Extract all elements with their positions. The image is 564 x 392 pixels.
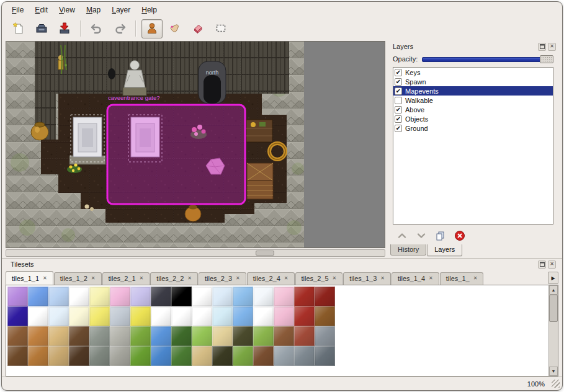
tileset-tile[interactable] [315,306,335,326]
tab-close-icon[interactable]: ✕ [236,276,240,281]
tileset-tile[interactable] [212,306,233,326]
tileset-tile[interactable] [7,346,28,366]
tileset-tile[interactable] [89,326,110,346]
tileset-tab-tiles_1_1[interactable]: tiles_1_1✕ [6,271,53,285]
tileset-tile[interactable] [7,306,28,326]
menu-map[interactable]: Map [81,5,105,15]
tileset-tile[interactable] [48,346,69,366]
tileset-tile[interactable] [151,346,171,366]
tileset-tile[interactable] [294,326,315,346]
menu-help[interactable]: Help [137,5,162,15]
tileset-tile[interactable] [212,287,233,306]
tileset-tile[interactable] [274,287,294,306]
tab-close-icon[interactable]: ✕ [429,276,433,281]
tileset-tile[interactable] [171,326,192,346]
tileset-tile[interactable] [192,287,212,306]
dock-tab-layers[interactable]: Layers [427,244,462,256]
tileset-tile[interactable] [69,306,89,326]
tileset-tile[interactable] [253,346,274,366]
tileset-tile[interactable] [212,346,233,366]
layer-row-mapevents[interactable]: ✔Mapevents [393,86,553,96]
tileset-tile[interactable] [274,306,294,326]
tileset-tab-tiles_2_5[interactable]: tiles_2_5✕ [295,272,343,285]
tileset-tab-tiles_1_4[interactable]: tiles_1_4✕ [392,272,439,285]
tileset-tile[interactable] [89,346,110,366]
save-button[interactable] [54,19,75,38]
layer-down-button[interactable] [416,230,427,241]
tileset-tile[interactable] [294,346,315,366]
redo-button[interactable] [109,19,130,38]
tileset-tile[interactable] [315,326,335,346]
layer-row-spawn[interactable]: ✔Spawn [393,77,553,86]
tileset-tile[interactable] [315,287,335,306]
tileset-tile[interactable] [48,287,69,306]
tileset-tile[interactable] [253,306,274,326]
tab-close-icon[interactable]: ✕ [284,276,289,281]
map-canvas[interactable]: north caveentrance gate? [6,41,385,248]
tileset-tile[interactable] [192,306,212,326]
tileset-tile[interactable] [48,326,69,346]
tileset-tile[interactable] [171,287,192,306]
tileset-tile[interactable] [192,346,212,366]
tab-close-icon[interactable]: ✕ [187,276,192,281]
tileset-tile[interactable] [233,346,253,366]
layer-checkbox[interactable]: ✔ [395,125,402,132]
open-button[interactable] [31,19,52,38]
tileset-tile[interactable] [315,346,335,366]
scroll-down-button[interactable]: ▼ [549,367,558,376]
dock-close-button[interactable]: ✕ [548,261,556,269]
tileset-tile[interactable] [89,306,110,326]
tileset-tile[interactable] [28,287,48,306]
layer-checkbox[interactable]: ✔ [395,78,402,86]
menu-view[interactable]: View [54,5,80,15]
tileset-tile[interactable] [89,287,110,306]
select-tool-button[interactable] [210,19,231,38]
tileset-tile[interactable] [274,346,294,366]
tab-close-icon[interactable]: ✕ [473,276,478,281]
tileset-tile[interactable] [110,326,130,346]
tileset-tile[interactable] [130,306,151,326]
tileset-tile[interactable] [233,326,253,346]
tab-close-icon[interactable]: ✕ [380,276,385,281]
menu-edit[interactable]: Edit [30,5,53,15]
tileset-tile[interactable] [212,326,233,346]
tileset-tile[interactable] [28,306,48,326]
selection-rect[interactable] [107,105,245,204]
tileset-tile[interactable] [48,306,69,326]
tileset-tile[interactable] [28,346,48,366]
map-horizontal-scrollbar[interactable] [6,249,385,257]
tileset-tile[interactable] [110,287,130,306]
tileset-tile[interactable] [69,346,89,366]
opacity-slider[interactable] [422,55,553,64]
layer-checkbox[interactable]: ✔ [395,115,402,123]
tileset-tab-tiles_2_4[interactable]: tiles_2_4✕ [247,272,295,285]
tileset-tile[interactable] [130,326,151,346]
tileset-tab-tiles_1_2[interactable]: tiles_1_2✕ [54,272,102,285]
tileset-tile[interactable] [171,346,192,366]
scroll-up-button[interactable]: ▲ [549,285,558,295]
layer-row-ground[interactable]: ✔Ground [393,123,553,133]
scroll-thumb[interactable] [549,295,558,322]
map-hscroll-thumb[interactable] [256,251,274,256]
tileset-tile[interactable] [110,346,130,366]
tileset-vertical-scrollbar[interactable]: ▲ ▼ [548,285,558,376]
layer-delete-button[interactable] [454,230,465,241]
tileset-tab-tiles_2_1[interactable]: tiles_2_1✕ [102,272,150,285]
tileset-tile[interactable] [151,287,171,306]
tileset-tile[interactable] [28,326,48,346]
dock-close-button[interactable]: ✕ [548,43,556,51]
tileset-tile[interactable] [294,287,315,306]
layer-row-objects[interactable]: ✔Objects [393,114,553,123]
tileset-tab-tiles_2_3[interactable]: tiles_2_3✕ [199,272,246,285]
tab-close-icon[interactable]: ✕ [43,276,47,281]
tileset-tile[interactable] [7,287,28,306]
tileset-tile[interactable] [233,287,253,306]
tileset-tile[interactable] [130,346,151,366]
tileset-tab-tiles_1_[interactable]: tiles_1_✕ [440,272,484,285]
layer-row-walkable[interactable]: Walkable [393,96,553,105]
tileset-tab-tiles_1_3[interactable]: tiles_1_3✕ [343,272,391,285]
dock-float-button[interactable] [538,261,546,269]
layer-duplicate-button[interactable] [435,230,446,241]
tab-scroll-right-button[interactable]: ▶ [548,272,558,284]
tileset-tile[interactable] [233,306,253,326]
